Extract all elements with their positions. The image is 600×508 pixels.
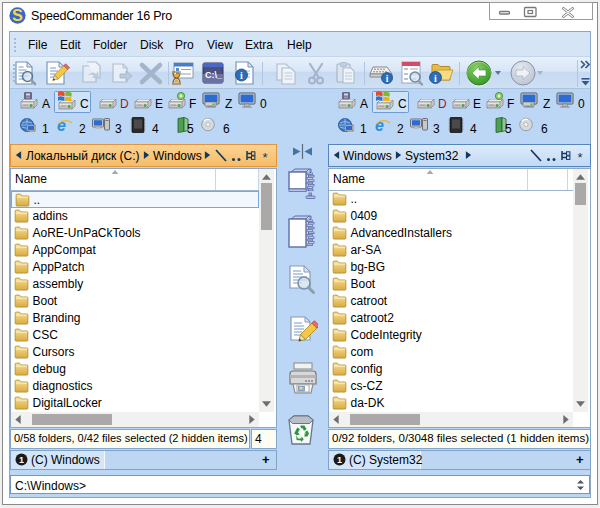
svg-text:*: * bbox=[262, 150, 267, 164]
svg-text:1: 1 bbox=[337, 455, 342, 465]
svg-text:i: i bbox=[386, 74, 389, 84]
svg-text:*: * bbox=[577, 150, 582, 164]
svg-text:C:\_: C:\_ bbox=[205, 70, 223, 80]
svg-text:1: 1 bbox=[19, 455, 24, 465]
svg-text:i: i bbox=[434, 73, 437, 84]
svg-text:S: S bbox=[12, 7, 23, 24]
svg-text:i: i bbox=[240, 70, 243, 81]
